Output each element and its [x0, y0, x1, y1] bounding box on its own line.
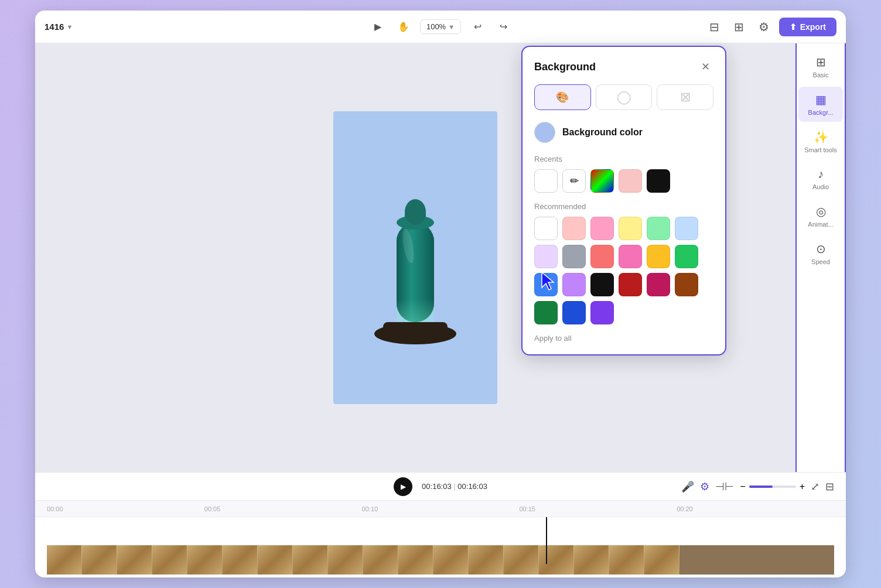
frame-thumb: [328, 545, 363, 575]
recent-color-white[interactable]: [534, 169, 558, 193]
rec-color-orange[interactable]: [647, 245, 670, 268]
apply-to-all-link[interactable]: Apply to all: [534, 334, 713, 343]
microphone-icon[interactable]: 🎤: [681, 480, 694, 493]
panel-item-speed[interactable]: ⊙ Speed: [798, 236, 843, 271]
recent-color-gradient[interactable]: [590, 169, 614, 193]
smart-tools-icon: ✨: [814, 130, 828, 144]
chevron-down-icon: ▼: [66, 23, 73, 30]
panel-item-audio[interactable]: ♪ Audio: [798, 162, 843, 196]
timeline-tracks[interactable]: [35, 517, 846, 577]
recent-color-black[interactable]: [647, 169, 670, 193]
frame-thumb: [398, 545, 433, 575]
product-image: [363, 164, 468, 351]
settings-button[interactable]: ⚙: [754, 18, 773, 36]
eyedropper-tool[interactable]: ✏: [562, 169, 586, 193]
rec-color-black[interactable]: [590, 273, 614, 296]
layout-button[interactable]: ⊟: [705, 18, 724, 36]
rec-color-white[interactable]: [534, 217, 558, 240]
svg-marker-9: [542, 272, 554, 290]
magic-tool-icon[interactable]: ⚙: [700, 480, 709, 493]
rec-color-pink1[interactable]: [562, 217, 586, 240]
tab-color[interactable]: 🎨: [534, 84, 591, 110]
panel-item-animate[interactable]: ◎ Animat...: [798, 199, 843, 234]
frame-thumb: [293, 545, 328, 575]
panel-item-smart-tools[interactable]: ✨ Smart tools: [798, 124, 843, 159]
rec-color-purple2[interactable]: [562, 273, 586, 296]
rec-color-gray[interactable]: [562, 245, 586, 268]
rec-color-red3[interactable]: [619, 273, 642, 296]
smart-tools-label: Smart tools: [804, 146, 837, 153]
rec-color-red2[interactable]: [590, 245, 614, 268]
timeline-play-button[interactable]: ▶: [394, 477, 412, 496]
rec-color-rose[interactable]: [647, 273, 670, 296]
playhead[interactable]: [546, 517, 547, 564]
rec-color-purple1[interactable]: [534, 245, 558, 268]
expand-icon[interactable]: ⤢: [811, 480, 819, 493]
tab-gradient[interactable]: ◯: [596, 84, 653, 110]
recommended-label: Recommended: [534, 202, 713, 211]
rec-color-green2[interactable]: [675, 245, 698, 268]
rec-color-yellow[interactable]: [619, 217, 642, 240]
frame-thumb: [258, 545, 293, 575]
gradient-icon: ◯: [617, 90, 631, 105]
panel-item-basic[interactable]: ⊞ Basic: [798, 49, 843, 84]
rec-color-olive[interactable]: [675, 273, 698, 296]
split-icon[interactable]: ⊣⊢: [715, 480, 734, 493]
video-track: [35, 542, 846, 577]
zoom-plus-icon[interactable]: +: [800, 481, 805, 492]
background-popup: Background ✕ 🎨 ◯ ⊠ Background color: [521, 46, 726, 355]
rec-color-green3[interactable]: [534, 301, 558, 324]
project-title[interactable]: 1416 ▼: [45, 22, 73, 32]
current-time-value: 00:16:03: [422, 482, 452, 491]
rec-color-pink2[interactable]: [590, 217, 614, 240]
export-icon: ⬆: [790, 22, 797, 32]
ruler-mark-1: 00:05: [204, 505, 362, 512]
storyboard-icon[interactable]: ⊟: [825, 480, 834, 493]
timeline-ruler: 00:00 00:05 00:10 00:15 00:20: [35, 501, 846, 517]
recent-color-pink[interactable]: [619, 169, 642, 193]
current-bg-color-swatch[interactable]: [534, 122, 555, 143]
canvas-frame: [333, 111, 497, 404]
export-label: Export: [800, 22, 826, 32]
frame-thumb: [152, 545, 187, 575]
export-button[interactable]: ⬆ Export: [779, 18, 836, 36]
frame-thumb: [609, 545, 644, 575]
frame-thumb: [363, 545, 398, 575]
popup-title: Background: [534, 61, 596, 73]
zoom-track[interactable]: [749, 486, 796, 488]
zoom-slider[interactable]: − +: [740, 481, 805, 492]
popup-close-button[interactable]: ✕: [697, 59, 713, 75]
total-time-value: 00:16:03: [457, 482, 487, 491]
rec-color-violet[interactable]: [590, 301, 614, 324]
track-frames[interactable]: [47, 545, 834, 575]
frame-thumb: [433, 545, 469, 575]
frame-thumb: [504, 545, 539, 575]
bg-color-header: Background color: [534, 122, 713, 143]
redo-button[interactable]: ↪: [494, 18, 513, 36]
ruler-mark-4: 00:20: [677, 505, 834, 512]
recommended-color-grid: [534, 217, 713, 324]
hand-tool-button[interactable]: ✋: [394, 18, 413, 36]
top-bar: 1416 ▼ ▶ ✋ 100% ▼ ↩ ↪ ⊟ ⊞ ⚙ ⬆ Export: [35, 11, 846, 43]
play-mode-button[interactable]: ▶: [368, 18, 387, 36]
zoom-label: 100%: [426, 22, 446, 31]
eyedropper-icon: ✏: [570, 175, 579, 187]
rec-color-green1[interactable]: [647, 217, 670, 240]
zoom-minus-icon[interactable]: −: [740, 481, 745, 492]
undo-button[interactable]: ↩: [468, 18, 487, 36]
top-center-controls: ▶ ✋ 100% ▼ ↩ ↪: [368, 18, 513, 36]
recents-color-grid: ✏: [534, 169, 713, 193]
svg-rect-1: [383, 322, 448, 336]
rec-color-navy[interactable]: [562, 301, 586, 324]
split-view-button[interactable]: ⊞: [730, 18, 749, 36]
rec-color-blue1[interactable]: [675, 217, 698, 240]
rec-color-blue2[interactable]: [534, 273, 558, 296]
tab-pattern[interactable]: ⊠: [657, 84, 713, 110]
zoom-control[interactable]: 100% ▼: [420, 19, 461, 34]
panel-item-background[interactable]: ▦ Backgr...: [798, 87, 843, 122]
basic-label: Basic: [813, 71, 829, 78]
pattern-icon: ⊠: [680, 90, 691, 105]
rec-color-pink3[interactable]: [619, 245, 642, 268]
background-tabs: 🎨 ◯ ⊠: [534, 84, 713, 110]
frame-thumb: [117, 545, 152, 575]
